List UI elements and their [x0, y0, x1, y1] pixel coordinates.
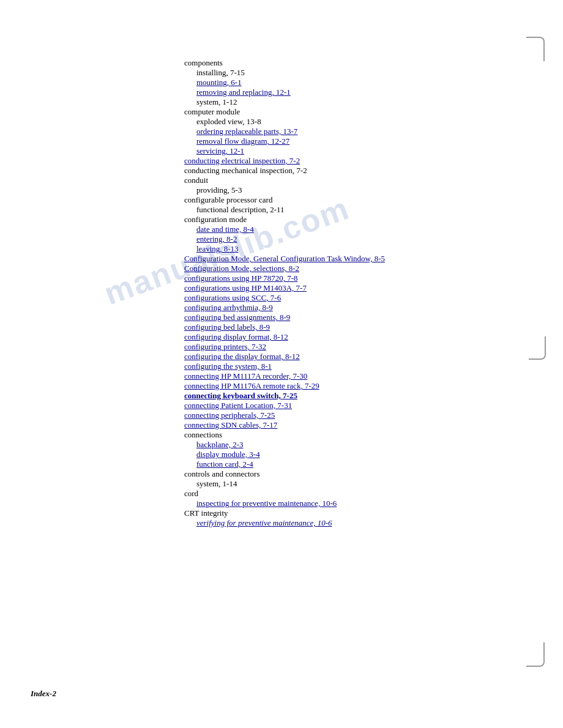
index-entry-system-1-12: system, 1-12 [184, 97, 453, 107]
page-footer: Index-2 [31, 689, 56, 699]
index-entry-display-module[interactable]: display module, 3-4 [184, 450, 453, 459]
list-item: configuring printers, 7-32 [184, 342, 453, 352]
index-entry-functional-description: functional description, 2-11 [184, 205, 453, 215]
list-item: exploded view, 13-8 [184, 117, 453, 127]
index-entry-mounting[interactable]: mounting, 6-1 [184, 78, 453, 87]
list-item: configurations using HP M1403A, 7-7 [184, 283, 453, 293]
index-entry-mechanical-inspection: conducting mechanical inspection, 7-2 [184, 166, 453, 176]
index-entry-computer-module: computer module [184, 107, 453, 117]
list-item: Configuration Mode, selections, 8-2 [184, 264, 453, 273]
list-item: configurable processor card [184, 195, 453, 205]
index-entry-connecting-keyboard-switch[interactable]: connecting keyboard switch, 7-25 [184, 391, 453, 401]
index-entry-config-hpm1403a[interactable]: configurations using HP M1403A, 7-7 [184, 283, 453, 293]
list-item: Configuration Mode, General Configuratio… [184, 254, 453, 264]
index-entry-ordering[interactable]: ordering replaceable parts, 13-7 [184, 127, 453, 136]
list-item: removing and replacing, 12-1 [184, 87, 453, 97]
index-entry-connecting-sdn-cables[interactable]: connecting SDN cables, 7-17 [184, 420, 453, 430]
list-item: configuring bed labels, 8-9 [184, 322, 453, 332]
list-item: date and time, 8-4 [184, 225, 453, 234]
index-entry-config-hp78720[interactable]: configurations using HP 78720, 7-8 [184, 273, 453, 283]
index-entry-configuring-the-system[interactable]: configuring the system, 8-1 [184, 362, 453, 371]
list-item: connecting HP M1176A remote rack, 7-29 [184, 381, 453, 391]
list-item: connecting Patient Location, 7-31 [184, 401, 453, 410]
list-item: entering, 8-2 [184, 234, 453, 244]
index-entry-removal-flow[interactable]: removal flow diagram, 12-27 [184, 136, 453, 146]
list-item: backplane, 2-3 [184, 440, 453, 450]
index-content: components installing, 7-15 mounting, 6-… [184, 58, 453, 528]
list-item: configuring bed assignments, 8-9 [184, 313, 453, 322]
list-item: mounting, 6-1 [184, 78, 453, 87]
index-entry-exploded-view: exploded view, 13-8 [184, 117, 453, 127]
index-entry-config-scc[interactable]: configurations using SCC, 7-6 [184, 293, 453, 303]
list-item: configurations using HP 78720, 7-8 [184, 273, 453, 283]
corner-decoration-top [526, 37, 545, 61]
list-item: configurations using SCC, 7-6 [184, 293, 453, 303]
index-entry-connecting-patient-location[interactable]: connecting Patient Location, 7-31 [184, 401, 453, 410]
index-entry-configuring-bed-assignments[interactable]: configuring bed assignments, 8-9 [184, 313, 453, 322]
index-entry-removing[interactable]: removing and replacing, 12-1 [184, 87, 453, 97]
index-entry-inspecting-cord[interactable]: inspecting for preventive maintenance, 1… [184, 499, 453, 508]
index-entry-config-mode-selections[interactable]: Configuration Mode, selections, 8-2 [184, 264, 453, 273]
list-item: conduit [184, 176, 453, 185]
index-entry-system-1-14: system, 1-14 [184, 479, 453, 489]
list-item: connecting SDN cables, 7-17 [184, 420, 453, 430]
index-entry-electrical-inspection[interactable]: conducting electrical inspection, 7-2 [184, 156, 453, 166]
list-item: connecting keyboard switch, 7-25 [184, 391, 453, 401]
index-entry-conduit: conduit [184, 176, 453, 185]
index-entry-configuring-arrhythmia[interactable]: configuring arrhythmia, 8-9 [184, 303, 453, 313]
index-entry-servicing[interactable]: servicing, 12-1 [184, 146, 453, 156]
index-entry-configuration-mode: configuration mode [184, 215, 453, 225]
list-item: display module, 3-4 [184, 450, 453, 459]
index-entry-controls-connectors: controls and connectors [184, 469, 453, 479]
list-item: connections [184, 430, 453, 440]
list-item: functional description, 2-11 [184, 205, 453, 215]
index-entry-connecting-hp-m1176a[interactable]: connecting HP M1176A remote rack, 7-29 [184, 381, 453, 391]
index-entry-entering[interactable]: entering, 8-2 [184, 234, 453, 244]
list-item: cord [184, 489, 453, 499]
list-item: conducting mechanical inspection, 7-2 [184, 166, 453, 176]
list-item: configuring display format, 8-12 [184, 332, 453, 342]
index-entry-config-mode-general[interactable]: Configuration Mode, General Configuratio… [184, 254, 453, 264]
corner-decoration-bottom [526, 642, 545, 667]
index-entry-configuring-the-display-format[interactable]: configuring the display format, 8-12 [184, 352, 453, 362]
list-item: configuring arrhythmia, 8-9 [184, 303, 453, 313]
index-entry-leaving[interactable]: leaving, 8-13 [184, 244, 453, 254]
list-item: removal flow diagram, 12-27 [184, 136, 453, 146]
list-item: ordering replaceable parts, 13-7 [184, 127, 453, 136]
list-item: system, 1-12 [184, 97, 453, 107]
index-entry-function-card[interactable]: function card, 2-4 [184, 459, 453, 469]
index-entry-components: components [184, 58, 453, 68]
list-item: servicing, 12-1 [184, 146, 453, 156]
index-entry-connecting-hp-m1117a[interactable]: connecting HP M1117A recorder, 7-30 [184, 371, 453, 381]
index-entry-configurable-processor: configurable processor card [184, 195, 453, 205]
list-item: providing, 5-3 [184, 185, 453, 195]
list-item: connecting HP M1117A recorder, 7-30 [184, 371, 453, 381]
index-entry-cord: cord [184, 489, 453, 499]
list-item: configuring the display format, 8-12 [184, 352, 453, 362]
corner-decoration-mid [529, 336, 546, 360]
list-item: connecting peripherals, 7-25 [184, 410, 453, 420]
list-item: controls and connectors [184, 469, 453, 479]
list-item: configuring the system, 8-1 [184, 362, 453, 371]
index-entry-verifying-crt[interactable]: verifying for preventive maintenance, 10… [184, 518, 453, 528]
index-entry-configuring-bed-labels[interactable]: configuring bed labels, 8-9 [184, 322, 453, 332]
list-item: components [184, 58, 453, 68]
index-entry-configuring-display-format[interactable]: configuring display format, 8-12 [184, 332, 453, 342]
list-item: installing, 7-15 [184, 68, 453, 78]
list-item: system, 1-14 [184, 479, 453, 489]
list-item: inspecting for preventive maintenance, 1… [184, 499, 453, 508]
index-entry-installing: installing, 7-15 [184, 68, 453, 78]
list-item: conducting electrical inspection, 7-2 [184, 156, 453, 166]
index-entry-connecting-peripherals[interactable]: connecting peripherals, 7-25 [184, 410, 453, 420]
page-container: manualslib.com components installing, 7-… [0, 0, 563, 728]
index-entry-configuring-printers[interactable]: configuring printers, 7-32 [184, 342, 453, 352]
index-entry-backplane[interactable]: backplane, 2-3 [184, 440, 453, 450]
list-item: leaving, 8-13 [184, 244, 453, 254]
index-entry-providing: providing, 5-3 [184, 185, 453, 195]
list-item: CRT integrity [184, 508, 453, 518]
list-item: verifying for preventive maintenance, 10… [184, 518, 453, 528]
index-entry-date-time[interactable]: date and time, 8-4 [184, 225, 453, 234]
list-item: computer module [184, 107, 453, 117]
list-item: configuration mode [184, 215, 453, 225]
page-number: Index-2 [31, 689, 56, 698]
